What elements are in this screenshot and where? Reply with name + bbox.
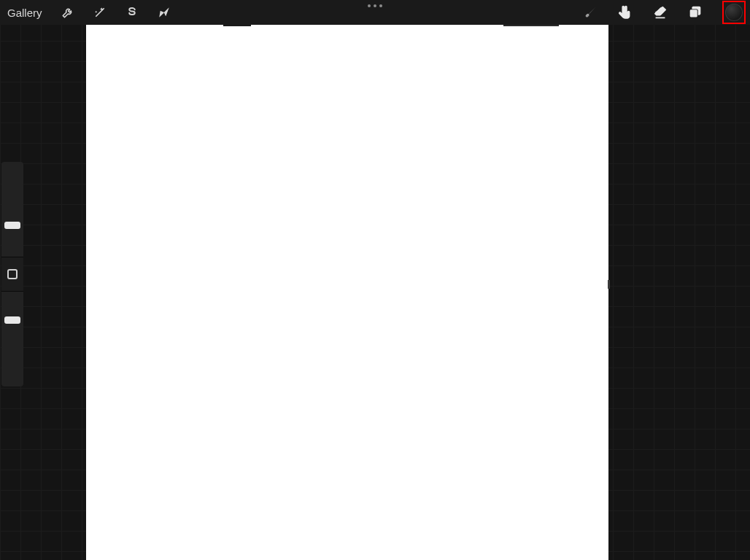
eraser-icon[interactable] [652,4,668,20]
sidebar-modify-button[interactable] [1,257,23,292]
toolbar-left-group: Gallery [0,4,172,20]
square-icon [7,269,18,279]
svg-rect-2 [690,9,697,17]
adjustments-wand-icon[interactable] [92,4,108,20]
left-sidebar [1,162,23,386]
smudge-finger-icon[interactable] [617,4,633,20]
toolbar-right-group [582,1,750,24]
canvas-edge-mark [608,280,610,289]
color-swatch-button[interactable] [725,4,743,21]
selection-s-icon[interactable] [124,4,140,20]
brush-size-thumb[interactable] [4,222,20,229]
brush-opacity-thumb[interactable] [4,316,20,324]
dot-icon [368,4,371,7]
dot-icon [374,4,376,7]
layers-icon[interactable] [687,4,703,20]
brush-size-slider[interactable] [3,162,22,257]
canvas[interactable] [86,25,608,560]
gallery-button[interactable]: Gallery [6,5,44,20]
brush-opacity-slider[interactable] [3,292,22,386]
brush-paint-icon[interactable] [582,4,598,20]
modify-menu-dots[interactable] [368,4,382,7]
actions-wrench-icon[interactable] [60,4,76,20]
dot-icon [379,4,382,7]
color-picker-highlight [722,1,746,24]
transform-arrow-icon[interactable] [156,4,172,20]
top-toolbar: Gallery [0,0,750,25]
